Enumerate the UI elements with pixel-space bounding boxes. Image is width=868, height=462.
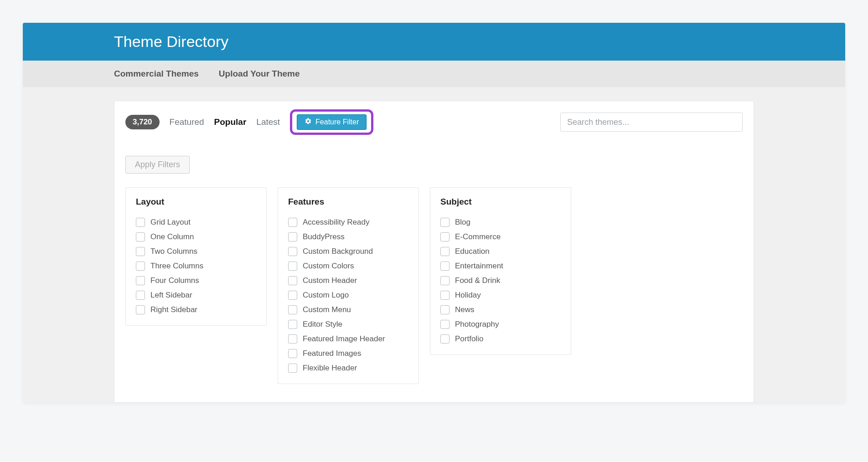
checkbox-icon — [288, 349, 297, 358]
checkbox-icon — [288, 291, 297, 300]
checkbox-label: Custom Header — [303, 276, 357, 285]
filter-checkbox-item[interactable]: Featured Image Header — [288, 334, 408, 344]
filter-checkbox-item[interactable]: Custom Background — [288, 247, 408, 256]
filter-checkbox-item[interactable]: Portfolio — [440, 334, 561, 344]
checkbox-label: Food & Drink — [455, 276, 500, 285]
checkbox-label: Featured Images — [303, 349, 362, 358]
checkbox-icon — [136, 262, 145, 271]
filter-checkbox-item[interactable]: One Column — [136, 232, 256, 241]
check-list-layout: Grid Layout One Column Two Columns Three… — [136, 218, 256, 314]
checkbox-label: Left Sidebar — [150, 291, 192, 300]
checkbox-icon — [440, 218, 450, 227]
checkbox-icon — [440, 291, 450, 300]
toolbar: 3,720 Featured Popular Latest Feature Fi… — [125, 109, 743, 135]
filter-column-title: Layout — [136, 197, 256, 207]
filter-column-subject: Subject Blog E-Commerce Education Entert… — [430, 187, 571, 355]
app-shell: Theme Directory Commercial Themes Upload… — [23, 23, 845, 403]
checkbox-label: Grid Layout — [150, 218, 191, 227]
checkbox-label: Editor Style — [303, 320, 342, 329]
check-list-features: Accessibility Ready BuddyPress Custom Ba… — [288, 218, 408, 373]
checkbox-icon — [440, 232, 450, 241]
theme-count-pill: 3,720 — [125, 115, 160, 129]
checkbox-label: Custom Logo — [303, 291, 349, 300]
checkbox-icon — [288, 247, 297, 256]
filter-checkbox-item[interactable]: Food & Drink — [440, 276, 561, 285]
checkbox-label: Portfolio — [455, 334, 483, 344]
filter-checkbox-item[interactable]: Grid Layout — [136, 218, 256, 227]
filter-checkbox-item[interactable]: Education — [440, 247, 561, 256]
filter-checkbox-item[interactable]: Featured Images — [288, 349, 408, 358]
checkbox-label: News — [455, 305, 475, 314]
checkbox-label: Right Sidebar — [150, 305, 197, 314]
filter-checkbox-item[interactable]: News — [440, 305, 561, 314]
checkbox-icon — [136, 276, 145, 285]
sub-nav: Commercial Themes Upload Your Theme — [23, 61, 845, 87]
filter-columns: Layout Grid Layout One Column Two Column… — [125, 187, 743, 384]
checkbox-label: BuddyPress — [303, 232, 345, 241]
content-wrap: 3,720 Featured Popular Latest Feature Fi… — [23, 87, 845, 403]
checkbox-icon — [136, 291, 145, 300]
checkbox-label: Photography — [455, 320, 499, 329]
checkbox-icon — [440, 247, 450, 256]
filter-checkbox-item[interactable]: Left Sidebar — [136, 291, 256, 300]
apply-filters-button[interactable]: Apply Filters — [125, 156, 190, 174]
checkbox-icon — [288, 320, 297, 329]
feature-filter-label: Feature Filter — [315, 118, 359, 126]
subnav-upload-theme[interactable]: Upload Your Theme — [219, 69, 300, 79]
filter-checkbox-item[interactable]: Right Sidebar — [136, 305, 256, 314]
filter-checkbox-item[interactable]: Accessibility Ready — [288, 218, 408, 227]
checkbox-label: Accessibility Ready — [303, 218, 369, 227]
checkbox-icon — [136, 232, 145, 241]
checkbox-label: Entertainment — [455, 262, 503, 271]
filter-checkbox-item[interactable]: Custom Colors — [288, 262, 408, 271]
checkbox-icon — [288, 364, 297, 373]
filter-column-features: Features Accessibility Ready BuddyPress … — [278, 187, 419, 384]
filter-checkbox-item[interactable]: Photography — [440, 320, 561, 329]
checkbox-label: Four Columns — [150, 276, 199, 285]
checkbox-icon — [440, 305, 450, 314]
filter-column-title: Subject — [440, 197, 561, 207]
filter-checkbox-item[interactable]: E-Commerce — [440, 232, 561, 241]
checkbox-label: Featured Image Header — [303, 334, 385, 344]
checkbox-icon — [288, 276, 297, 285]
filter-checkbox-item[interactable]: Flexible Header — [288, 364, 408, 373]
checkbox-icon — [288, 232, 297, 241]
checkbox-icon — [440, 334, 450, 344]
filter-checkbox-item[interactable]: Custom Logo — [288, 291, 408, 300]
filter-checkbox-item[interactable]: Holiday — [440, 291, 561, 300]
filter-checkbox-item[interactable]: Four Columns — [136, 276, 256, 285]
checkbox-label: Two Columns — [150, 247, 197, 256]
filter-checkbox-item[interactable]: BuddyPress — [288, 232, 408, 241]
filter-checkbox-item[interactable]: Two Columns — [136, 247, 256, 256]
checkbox-label: Education — [455, 247, 490, 256]
filter-checkbox-item[interactable]: Custom Header — [288, 276, 408, 285]
checkbox-label: E-Commerce — [455, 232, 501, 241]
page-title: Theme Directory — [114, 33, 754, 51]
filter-checkbox-item[interactable]: Editor Style — [288, 320, 408, 329]
checkbox-label: Three Columns — [150, 262, 203, 271]
feature-filter-button[interactable]: Feature Filter — [297, 114, 367, 130]
filter-checkbox-item[interactable]: Custom Menu — [288, 305, 408, 314]
tab-latest[interactable]: Latest — [256, 117, 280, 127]
checkbox-label: Blog — [455, 218, 470, 227]
gear-icon — [305, 118, 312, 127]
filter-checkbox-item[interactable]: Entertainment — [440, 262, 561, 271]
checkbox-label: Custom Background — [303, 247, 373, 256]
checkbox-icon — [136, 247, 145, 256]
filter-checkbox-item[interactable]: Blog — [440, 218, 561, 227]
search-input[interactable] — [560, 113, 743, 132]
checkbox-icon — [440, 262, 450, 271]
filter-checkbox-item[interactable]: Three Columns — [136, 262, 256, 271]
filter-column-title: Features — [288, 197, 408, 207]
subnav-commercial-themes[interactable]: Commercial Themes — [114, 69, 199, 79]
checkbox-label: Custom Menu — [303, 305, 351, 314]
tab-popular[interactable]: Popular — [214, 117, 247, 127]
checkbox-icon — [440, 276, 450, 285]
themes-card: 3,720 Featured Popular Latest Feature Fi… — [114, 101, 754, 403]
checkbox-icon — [136, 218, 145, 227]
checkbox-icon — [440, 320, 450, 329]
checkbox-label: One Column — [150, 232, 194, 241]
filter-column-layout: Layout Grid Layout One Column Two Column… — [125, 187, 267, 326]
feature-filter-highlight: Feature Filter — [290, 109, 373, 135]
tab-featured[interactable]: Featured — [170, 117, 204, 127]
